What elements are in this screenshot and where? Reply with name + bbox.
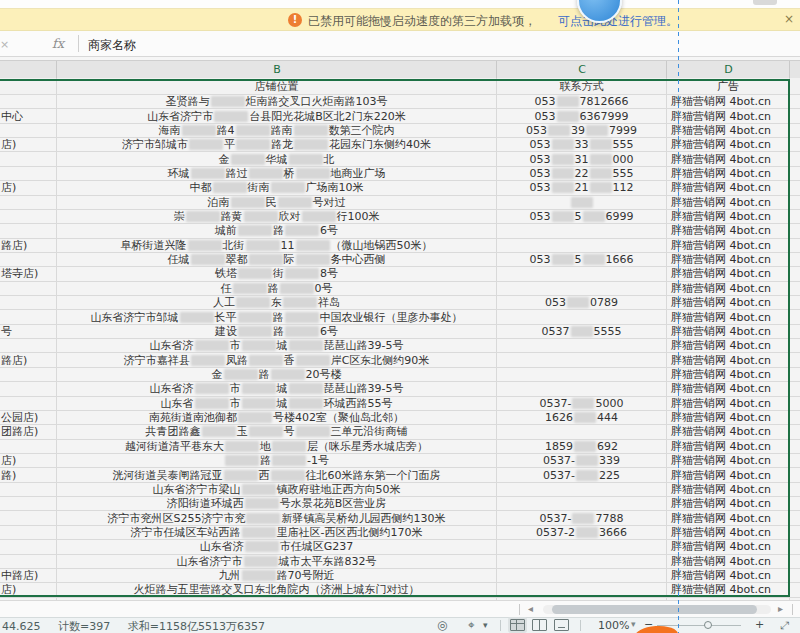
cell-ad[interactable]: 胖猫营销网 4bot.cn [667, 497, 790, 510]
cell-e[interactable] [790, 239, 800, 252]
cell-e[interactable] [790, 511, 800, 524]
cell-e[interactable] [790, 382, 800, 395]
zoom-level[interactable]: 100% [598, 619, 629, 632]
cell-contact-phone[interactable]: 1859692 [497, 440, 667, 453]
cell-contact-phone[interactable]: 053397999 [497, 124, 667, 137]
cell-contact-phone[interactable]: 0537812666 [497, 95, 667, 108]
cell-ad[interactable]: 胖猫营销网 4bot.cn [667, 196, 790, 209]
cell-ad[interactable]: 胖猫营销网 4bot.cn [667, 310, 790, 323]
cell-merchant-name-fragment[interactable]: 号 [0, 325, 57, 338]
cell-ad[interactable]: 胖猫营销网 4bot.cn [667, 109, 790, 122]
record-macro-icon[interactable]: ◎ [437, 618, 447, 632]
cell-store-location[interactable]: 环城路过桥地商业广场 [57, 167, 497, 180]
formula-bar[interactable]: × fx 商家名称 [0, 31, 800, 57]
cell-store-location[interactable]: 金华城北 [57, 152, 497, 165]
cell-store-location[interactable]: 山东省济宁市城市太平东路832号 [57, 555, 497, 568]
column-header-c[interactable]: C [497, 63, 667, 76]
cell-ad[interactable]: 胖猫营销网 4bot.cn [667, 540, 790, 553]
hscroll-thumb[interactable] [552, 605, 757, 614]
cell-ad[interactable]: 胖猫营销网 4bot.cn [667, 296, 790, 309]
scroll-left-icon[interactable]: ◂ [528, 603, 533, 614]
cell-e[interactable] [790, 224, 800, 237]
cell-e[interactable] [790, 440, 800, 453]
cell-contact-phone[interactable] [497, 339, 667, 352]
cell-e[interactable] [790, 425, 800, 438]
cell-e[interactable] [790, 583, 800, 596]
cell-store-location[interactable]: 火炬路与五里营路交叉口东北角院内（济洲上城东门对过） [57, 583, 497, 596]
cell-ad[interactable]: 胖猫营销网 4bot.cn [667, 526, 790, 539]
cell-ad[interactable]: 胖猫营销网 4bot.cn [667, 282, 790, 295]
cell-contact-phone[interactable] [497, 196, 667, 209]
cell-contact-phone[interactable]: 05321112 [497, 181, 667, 194]
cell-merchant-name-fragment[interactable] [0, 224, 57, 237]
cell-store-location[interactable]: 海南路4路南数第三个院内 [57, 124, 497, 137]
cell-contact-phone[interactable]: 0537-225 [497, 468, 667, 481]
cell-ad[interactable]: 胖猫营销网 4bot.cn [667, 569, 790, 582]
cell-e[interactable] [790, 210, 800, 223]
cell-e[interactable] [790, 109, 800, 122]
cell-merchant-name-fragment[interactable] [0, 310, 57, 323]
cell-store-location[interactable]: 洸河街道吴泰闸路冠亚西往北60米路东第一个门面房 [57, 468, 497, 481]
cell-contact-phone[interactable]: 0537-5000 [497, 397, 667, 410]
cell-store-location[interactable]: 山东省济市城琵琶山路39-5号 [57, 382, 497, 395]
cell-merchant-name-fragment[interactable]: 路) [0, 468, 57, 481]
cell-e[interactable] [790, 253, 800, 266]
cell-e[interactable] [790, 167, 800, 180]
cell-contact-phone[interactable] [497, 569, 667, 582]
cell-ad[interactable]: 胖猫营销网 4bot.cn [667, 440, 790, 453]
cell-contact-phone[interactable]: 0537-23666 [497, 526, 667, 539]
crosshair-icon[interactable]: ⌖ [468, 618, 475, 632]
cell-ad[interactable]: 胖猫营销网 4bot.cn [667, 253, 790, 266]
cell-store-location[interactable]: 泊南民号对过 [57, 196, 497, 209]
cell-contact-phone[interactable] [497, 239, 667, 252]
cell-ad[interactable]: 胖猫营销网 4bot.cn [667, 239, 790, 252]
cell-store-location[interactable]: 山东省济宁市邹城长平路中国农业银行（里彦办事处） [57, 310, 497, 323]
cell-contact-phone[interactable] [497, 353, 667, 366]
cell-store-location[interactable]: 任路0号 [57, 282, 497, 295]
cell-e[interactable] [790, 540, 800, 553]
cell-store-location[interactable]: 山东省济市城琵琶山路39-5号 [57, 339, 497, 352]
cell-contact-phone[interactable]: 0536367999 [497, 109, 667, 122]
cell-ad[interactable]: 胖猫营销网 4bot.cn [667, 224, 790, 237]
cell-ad[interactable]: 胖猫营销网 4bot.cn [667, 124, 790, 137]
cell-store-location[interactable]: 金路20号楼 [57, 368, 497, 381]
cell-e[interactable] [790, 497, 800, 510]
cell-ad[interactable]: 胖猫营销网 4bot.cn [667, 95, 790, 108]
cell-store-location[interactable]: 越河街道清平巷东大地层（咪乐星秀水城店旁） [57, 440, 497, 453]
cell-merchant-name-fragment[interactable] [0, 152, 57, 165]
cell-ad[interactable]: 胖猫营销网 4bot.cn [667, 483, 790, 496]
cell-e[interactable] [790, 526, 800, 539]
cell-store-location[interactable]: 任城翠都际务中心西侧 [57, 253, 497, 266]
cell-merchant-name-fragment[interactable] [0, 196, 57, 209]
cell-e[interactable] [790, 181, 800, 194]
cell-store-location[interactable]: 南苑街道南池御都号楼402室（聚仙岛北邻） [57, 411, 497, 424]
cell-ad[interactable]: 胖猫营销网 4bot.cn [667, 138, 790, 151]
cell-merchant-name-fragment[interactable]: 中路店) [0, 569, 57, 582]
cell-merchant-name-fragment[interactable] [0, 555, 57, 568]
cell-e[interactable] [790, 339, 800, 352]
header-cell-location[interactable]: 店铺位置 [57, 78, 497, 94]
cell-e[interactable] [790, 95, 800, 108]
cell-ad[interactable]: 胖猫营销网 4bot.cn [667, 411, 790, 424]
cell-contact-phone[interactable] [497, 425, 667, 438]
cell-contact-phone[interactable] [497, 583, 667, 596]
cell-contact-phone[interactable]: 05375555 [497, 325, 667, 338]
column-header-b[interactable]: B [57, 63, 497, 76]
cell-merchant-name-fragment[interactable] [0, 397, 57, 410]
header-cell-name[interactable] [0, 78, 57, 94]
cell-merchant-name-fragment[interactable]: 塔寺店) [0, 267, 57, 280]
manage-addons-link[interactable]: 可点击此处进行管理。 [558, 13, 678, 30]
cell-ad[interactable]: 胖猫营销网 4bot.cn [667, 425, 790, 438]
close-notification-icon[interactable]: × [784, 12, 794, 26]
header-cell-contact[interactable]: 联系方式 [497, 78, 667, 94]
cell-contact-phone[interactable] [497, 224, 667, 237]
cell-store-location[interactable]: 城前路6号 [57, 224, 497, 237]
cell-contact-phone[interactable] [497, 368, 667, 381]
cell-e[interactable] [790, 397, 800, 410]
cell-merchant-name-fragment[interactable] [0, 440, 57, 453]
cell-e[interactable] [790, 310, 800, 323]
cell-contact-phone[interactable] [497, 382, 667, 395]
cell-e[interactable] [790, 353, 800, 366]
cell-merchant-name-fragment[interactable]: 路店) [0, 239, 57, 252]
cell-e[interactable] [790, 454, 800, 467]
